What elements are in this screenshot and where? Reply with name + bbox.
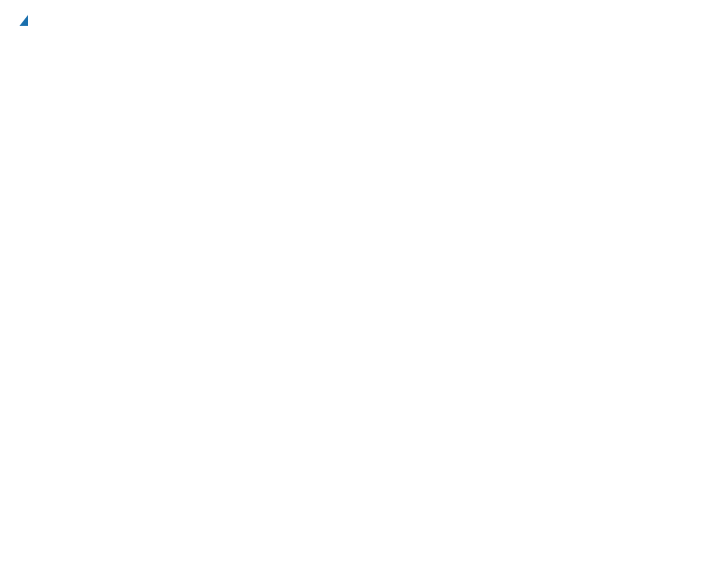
logo-triangle-icon bbox=[20, 15, 28, 26]
logo bbox=[18, 12, 28, 26]
page-header bbox=[18, 12, 710, 26]
